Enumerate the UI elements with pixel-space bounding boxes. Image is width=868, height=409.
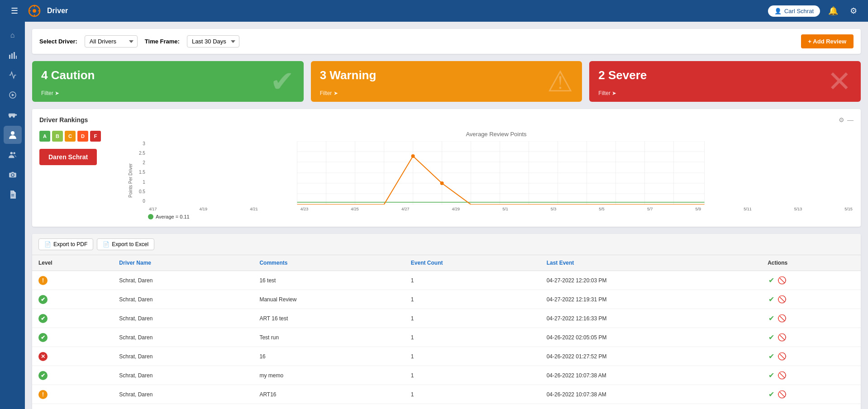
cell-last-event: 04-27-2022 12:16:33 PM: [540, 309, 762, 328]
sidebar-item-contacts[interactable]: [4, 146, 22, 164]
cell-actions: ✔ 🚫: [761, 328, 861, 347]
caution-card[interactable]: 4 Caution Filter ➤ ✔: [32, 61, 304, 102]
sidebar-item-camera[interactable]: [4, 166, 22, 184]
chart-y-label: Points Per Driver: [128, 163, 133, 198]
panel-settings-button[interactable]: ⚙: [839, 116, 844, 124]
reject-button[interactable]: 🚫: [777, 313, 787, 323]
panel-minimize-button[interactable]: —: [847, 116, 854, 124]
level-icon: !: [38, 390, 48, 399]
cell-actions: ✔ 🚫: [761, 271, 861, 290]
cell-actions: ✔ 🚫: [761, 385, 861, 404]
approve-button[interactable]: ✔: [768, 294, 775, 304]
reject-button[interactable]: 🚫: [777, 351, 787, 361]
cell-event-count: 1: [405, 404, 540, 409]
approve-button[interactable]: ✔: [768, 389, 775, 399]
cell-comments: 16: [253, 347, 404, 366]
cell-actions: ✔ 🚫: [761, 366, 861, 385]
driver-select[interactable]: All Drivers Daren Schrat: [85, 35, 138, 48]
grade-a-badge[interactable]: A: [39, 131, 50, 142]
timeframe-select[interactable]: Last 7 Days Last 30 Days Last 90 Days Cu…: [187, 35, 239, 48]
sidebar-item-playback[interactable]: [4, 86, 22, 104]
svg-marker-11: [12, 94, 14, 96]
cell-level: ✔: [32, 290, 113, 309]
reject-button[interactable]: 🚫: [777, 332, 787, 342]
grade-f-badge[interactable]: F: [90, 131, 101, 142]
topnav-left: ☰ Driver: [7, 4, 68, 18]
sidebar-item-documents[interactable]: [4, 185, 22, 204]
cell-actions: ✔ 🚫: [761, 309, 861, 328]
cell-comments: Manual Review: [253, 290, 404, 309]
cell-event-count: 1: [405, 271, 540, 290]
approve-button[interactable]: ✔: [768, 332, 775, 342]
timeframe-filter-label: Time Frame:: [145, 38, 180, 45]
cell-last-event: 04-26-2022 01:27:52 PM: [540, 347, 762, 366]
user-profile-button[interactable]: 👤 Carl Schrat: [768, 5, 820, 17]
grade-d-badge[interactable]: D: [77, 131, 88, 142]
cell-level: !: [32, 385, 113, 404]
level-icon: ✔: [38, 295, 48, 304]
warning-title: 3 Warning: [320, 68, 573, 82]
sidebar-item-analytics[interactable]: [4, 46, 22, 64]
caution-filter[interactable]: Filter ➤: [41, 90, 295, 96]
add-review-button[interactable]: + Add Review: [801, 34, 854, 48]
cell-driver: Schrat, Daren: [113, 347, 253, 366]
settings-button[interactable]: ⚙: [846, 4, 861, 18]
approve-button[interactable]: ✔: [768, 275, 775, 285]
svg-point-46: [411, 154, 415, 158]
notifications-button[interactable]: 🔔: [825, 4, 842, 18]
svg-point-17: [10, 152, 12, 154]
cell-driver: Schrat, Daren: [113, 404, 253, 409]
pdf-icon: 📄: [44, 241, 51, 247]
warning-icon: ⚠: [547, 65, 573, 98]
cell-level: ✔: [32, 309, 113, 328]
col-driver-name[interactable]: Driver Name: [113, 255, 253, 271]
cell-comments: 16 test: [253, 271, 404, 290]
severe-filter[interactable]: Filter ➤: [598, 90, 852, 96]
warning-filter[interactable]: Filter ➤: [320, 90, 573, 96]
approve-button[interactable]: ✔: [768, 370, 775, 380]
level-icon: ✕: [38, 352, 48, 361]
sidebar-item-activity[interactable]: [4, 66, 22, 84]
chart-average-label: Average = 0.11: [156, 214, 190, 219]
cell-level: ✔: [32, 328, 113, 347]
svg-point-18: [13, 152, 15, 154]
cell-level: !: [32, 271, 113, 290]
cell-comments: my memo: [253, 366, 404, 385]
reject-button[interactable]: 🚫: [777, 370, 787, 380]
menu-button[interactable]: ☰: [7, 4, 22, 18]
driver-name-button[interactable]: Daren Schrat: [39, 149, 97, 165]
col-last-event[interactable]: Last Event: [540, 255, 762, 271]
cell-driver: Schrat, Daren: [113, 385, 253, 404]
grade-c-badge[interactable]: C: [65, 131, 76, 142]
approve-button[interactable]: ✔: [768, 313, 775, 323]
reject-button[interactable]: 🚫: [777, 389, 787, 399]
severe-card[interactable]: 2 Severe Filter ➤ ✕: [589, 61, 861, 102]
reject-button[interactable]: 🚫: [777, 275, 787, 285]
cell-comments: ART 16 test: [253, 404, 404, 409]
cell-event-count: 1: [405, 347, 540, 366]
level-icon: ✔: [38, 371, 48, 380]
export-pdf-button[interactable]: 📄 Export to PDF: [38, 238, 93, 250]
svg-rect-9: [16, 56, 17, 59]
excel-icon: 📄: [103, 241, 110, 247]
cell-last-event: 04-27-2022 12:19:31 PM: [540, 290, 762, 309]
cell-level: ✔: [32, 366, 113, 385]
reject-button[interactable]: 🚫: [777, 294, 787, 304]
col-comments[interactable]: Comments: [253, 255, 404, 271]
grade-b-badge[interactable]: B: [52, 131, 63, 142]
sidebar-item-vehicles[interactable]: [4, 106, 22, 124]
col-event-count[interactable]: Event Count: [405, 255, 540, 271]
driver-filter-label: Select Driver:: [39, 38, 77, 45]
svg-point-47: [440, 181, 444, 185]
approve-button[interactable]: ✔: [768, 351, 775, 361]
sidebar-item-driver[interactable]: [4, 126, 22, 144]
cell-actions: ✔ 🚫: [761, 290, 861, 309]
cell-event-count: 1: [405, 366, 540, 385]
sidebar-item-home[interactable]: ⌂: [4, 26, 22, 44]
app-logo: [28, 5, 41, 17]
export-excel-button[interactable]: 📄 Export to Excel: [97, 238, 154, 250]
cell-actions: ✔ 🚫: [761, 404, 861, 409]
warning-card[interactable]: 3 Warning Filter ➤ ⚠: [311, 61, 582, 102]
cell-last-event: 04-26-2022 02:05:05 PM: [540, 328, 762, 347]
table-row: ! Schrat, Daren ART16 1 04-26-2022 10:07…: [32, 385, 861, 404]
